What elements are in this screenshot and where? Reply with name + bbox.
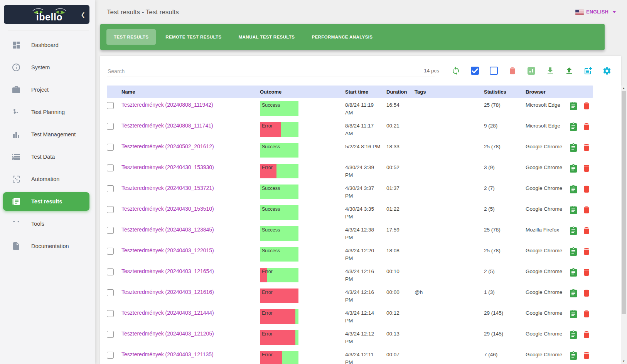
tab-performance-analysis[interactable]: PERFORMANCE ANALYSIS (304, 29, 380, 45)
delete-row-button[interactable] (582, 268, 591, 277)
duration-cell: 00:52 (386, 164, 415, 171)
dashboard-icon (12, 40, 21, 50)
delete-selected-button[interactable] (508, 66, 517, 75)
report-clipboard-button[interactable] (569, 226, 578, 235)
sidebar-item-project[interactable]: Project (0, 79, 95, 101)
sidebar-item-test-results[interactable]: Test results (3, 192, 89, 211)
report-clipboard-button[interactable] (569, 309, 578, 319)
delete-row-button[interactable] (582, 185, 591, 194)
table-row: Teszteredmények (20240808_111741)Error8/… (107, 119, 593, 139)
table-body: Teszteredmények (20240808_111942)Success… (100, 98, 621, 364)
row-checkbox[interactable] (107, 268, 114, 275)
delete-row-button[interactable] (582, 247, 591, 256)
sidebar-collapse-button[interactable]: ❮ (81, 12, 85, 18)
test-name-link[interactable]: Teszteredmények (20240430_153721) (121, 185, 214, 191)
row-checkbox[interactable] (107, 289, 114, 296)
report-clipboard-button[interactable] (569, 205, 578, 215)
report-clipboard-button[interactable] (569, 289, 578, 298)
test-name-link[interactable]: Teszteredmények (20240403_121616) (121, 289, 214, 295)
sidebar-item-test-planning[interactable]: Test Planning (0, 101, 95, 123)
report-clipboard-button[interactable] (569, 247, 578, 256)
delete-row-button[interactable] (582, 226, 591, 235)
sidebar-item-system[interactable]: System (0, 56, 95, 79)
sidebar-item-automation[interactable]: Automation (0, 168, 95, 190)
delete-row-button[interactable] (582, 122, 591, 131)
row-checkbox[interactable] (107, 164, 114, 171)
column-header-tags: Tags (415, 89, 484, 95)
test-name-link[interactable]: Teszteredmények (20240502_201612) (121, 143, 214, 149)
scroll-down-arrow[interactable]: ▼ (621, 359, 627, 364)
test-name-link[interactable]: Teszteredmények (20240808_111741) (121, 122, 213, 129)
statistics-cell-text: 25 (78) (484, 101, 501, 109)
sidebar-item-dashboard[interactable]: Dashboard (0, 34, 95, 56)
delete-row-button[interactable] (582, 330, 591, 339)
row-checkbox[interactable] (107, 102, 114, 109)
tab-remote-test-results[interactable]: REMOTE TEST RESULTS (158, 29, 229, 45)
select-all-checkbox[interactable] (470, 66, 479, 75)
row-checkbox[interactable] (107, 144, 114, 151)
row-checkbox[interactable] (107, 185, 114, 192)
row-checkbox[interactable] (107, 352, 114, 359)
name-cell: Teszteredmények (20240430_153930) (121, 164, 260, 171)
test-name-link[interactable]: Teszteredmények (20240403_122015) (121, 247, 214, 253)
report-clipboard-button[interactable] (569, 101, 578, 111)
row-checkbox[interactable] (107, 310, 114, 317)
sidebar-item-test-management[interactable]: Test Management (0, 123, 95, 146)
report-clipboard-button[interactable] (569, 185, 578, 194)
test-name-link[interactable]: Teszteredmények (20240403_121135) (121, 351, 214, 357)
settings-gear-icon[interactable] (602, 66, 612, 75)
outcome-bar: Error (260, 309, 298, 324)
column-header-start-time: Start time (345, 89, 386, 95)
sidebar-item-tools[interactable]: Tools (0, 213, 95, 235)
test-name-link[interactable]: Teszteredmények (20240403_121654) (121, 268, 214, 274)
start-time-cell-text: 4/30/24 3:37 PM (345, 185, 382, 200)
tab-test-results[interactable]: TEST RESULTS (106, 29, 156, 45)
row-checkbox[interactable] (107, 123, 114, 130)
report-clipboard-button[interactable] (569, 164, 578, 173)
test-name-link[interactable]: Teszteredmények (20240808_111942) (121, 101, 213, 108)
delete-row-button[interactable] (582, 164, 591, 173)
statistics-cell: 2 (7) (484, 185, 526, 192)
statistics-chart-button[interactable] (527, 66, 536, 75)
delete-row-button[interactable] (582, 143, 591, 152)
test-name-link[interactable]: Teszteredmények (20240403_121444) (121, 309, 214, 316)
delete-row-button[interactable] (582, 289, 591, 298)
storage-icon (12, 152, 21, 161)
table-row: Teszteredmények (20240403_121444)Error4/… (107, 306, 593, 327)
refresh-icon[interactable] (451, 66, 460, 75)
delete-row-button[interactable] (582, 309, 591, 319)
report-clipboard-button[interactable] (569, 351, 578, 360)
language-selector[interactable]: ENGLISH (575, 9, 616, 15)
test-name-link[interactable]: Teszteredmények (20240403_121205) (121, 330, 214, 337)
test-name-link[interactable]: Teszteredmények (20240403_123845) (121, 226, 214, 233)
test-name-link[interactable]: Teszteredmények (20240430_153510) (121, 205, 214, 212)
test-name-link[interactable]: Teszteredmények (20240430_153930) (121, 164, 214, 170)
add-report-button[interactable] (583, 66, 593, 75)
vertical-scrollbar[interactable]: ▲ ▼ (621, 86, 627, 364)
delete-row-button[interactable] (582, 205, 591, 215)
delete-row-button[interactable] (582, 351, 591, 360)
checkbox-cell (107, 226, 121, 235)
download-button[interactable] (546, 66, 555, 75)
scrollbar-thumb[interactable] (622, 91, 626, 314)
sidebar: ibello ❮ Dashboard System Project Test P… (0, 0, 95, 364)
sidebar-item-documentation[interactable]: Documentation (0, 235, 95, 257)
gesture-icon (12, 107, 21, 117)
report-clipboard-button[interactable] (569, 122, 578, 131)
report-clipboard-button[interactable] (569, 143, 578, 152)
duration-cell-text: 18:33 (386, 143, 399, 151)
report-clipboard-button[interactable] (569, 330, 578, 339)
row-checkbox[interactable] (107, 248, 114, 255)
upload-button[interactable] (565, 66, 574, 75)
scroll-up-arrow[interactable]: ▲ (621, 86, 627, 91)
sidebar-item-test-data[interactable]: Test Data (0, 146, 95, 168)
report-clipboard-button[interactable] (569, 268, 578, 277)
deselect-all-checkbox[interactable] (489, 66, 498, 75)
row-checkbox[interactable] (107, 206, 114, 213)
search-input[interactable] (107, 66, 435, 77)
delete-row-button[interactable] (582, 101, 591, 111)
row-checkbox[interactable] (107, 227, 114, 234)
tab-manual-test-results[interactable]: MANUAL TEST RESULTS (231, 29, 302, 45)
column-header-outcome: Outcome (260, 89, 345, 95)
row-checkbox[interactable] (107, 331, 114, 338)
